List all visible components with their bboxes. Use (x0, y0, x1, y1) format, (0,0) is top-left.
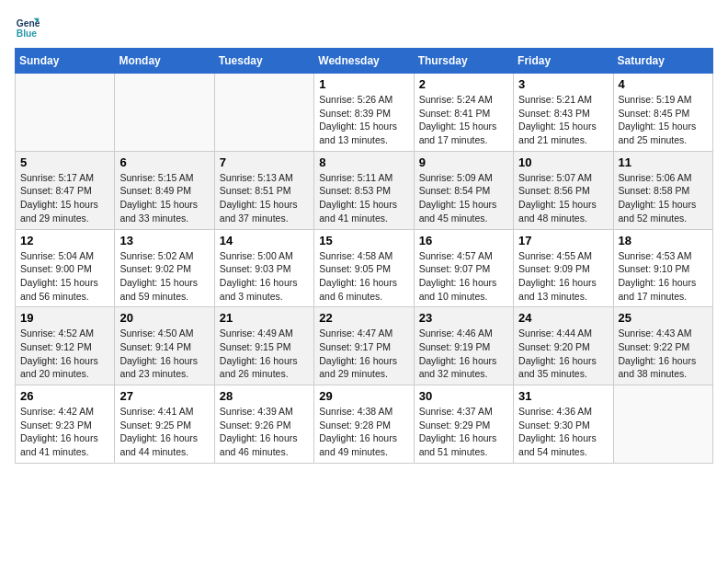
day-number: 20 (119, 311, 209, 325)
day-info: Sunrise: 5:09 AM Sunset: 8:54 PM Dayligh… (419, 171, 508, 225)
day-number: 12 (20, 234, 109, 247)
calendar-cell (115, 74, 214, 152)
calendar-week-row: 19Sunrise: 4:52 AM Sunset: 9:12 PM Dayli… (16, 307, 713, 385)
calendar-week-row: 1Sunrise: 5:26 AM Sunset: 8:39 PM Daylig… (16, 74, 713, 152)
day-info: Sunrise: 4:39 AM Sunset: 9:26 PM Dayligh… (220, 405, 309, 459)
day-number: 7 (220, 155, 309, 169)
day-info: Sunrise: 5:07 AM Sunset: 8:56 PM Dayligh… (518, 171, 608, 225)
day-number: 11 (619, 155, 708, 169)
day-info: Sunrise: 4:57 AM Sunset: 9:07 PM Dayligh… (419, 249, 508, 304)
calendar-cell: 7Sunrise: 5:13 AM Sunset: 8:51 PM Daylig… (214, 151, 313, 229)
page-header: General Blue (15, 15, 713, 40)
day-info: Sunrise: 4:58 AM Sunset: 9:05 PM Dayligh… (319, 249, 408, 304)
day-number: 26 (20, 389, 109, 403)
day-number: 24 (518, 311, 608, 325)
day-header-thursday: Thursday (414, 49, 513, 74)
day-number: 30 (419, 389, 508, 403)
day-number: 14 (220, 234, 309, 247)
day-info: Sunrise: 5:13 AM Sunset: 8:51 PM Dayligh… (220, 171, 309, 225)
day-info: Sunrise: 5:00 AM Sunset: 9:03 PM Dayligh… (220, 249, 309, 304)
day-number: 25 (619, 311, 708, 325)
day-header-sunday: Sunday (16, 49, 115, 74)
day-number: 3 (518, 77, 608, 91)
calendar-cell: 28Sunrise: 4:39 AM Sunset: 9:26 PM Dayli… (214, 385, 313, 464)
calendar-cell (214, 74, 313, 152)
day-number: 17 (518, 234, 608, 247)
day-number: 19 (20, 311, 109, 325)
calendar-cell: 26Sunrise: 4:42 AM Sunset: 9:23 PM Dayli… (16, 385, 115, 464)
day-info: Sunrise: 4:44 AM Sunset: 9:20 PM Dayligh… (518, 327, 608, 381)
day-header-friday: Friday (514, 49, 613, 74)
calendar-cell: 31Sunrise: 4:36 AM Sunset: 9:30 PM Dayli… (514, 385, 613, 464)
day-number: 18 (619, 234, 708, 247)
calendar-cell: 16Sunrise: 4:57 AM Sunset: 9:07 PM Dayli… (414, 229, 513, 307)
day-info: Sunrise: 5:19 AM Sunset: 8:45 PM Dayligh… (619, 93, 708, 147)
day-info: Sunrise: 5:26 AM Sunset: 8:39 PM Dayligh… (319, 93, 408, 147)
calendar-cell: 24Sunrise: 4:44 AM Sunset: 9:20 PM Dayli… (514, 307, 613, 385)
calendar-cell: 15Sunrise: 4:58 AM Sunset: 9:05 PM Dayli… (314, 229, 414, 307)
calendar-cell: 8Sunrise: 5:11 AM Sunset: 8:53 PM Daylig… (314, 151, 414, 229)
day-info: Sunrise: 4:47 AM Sunset: 9:17 PM Dayligh… (319, 327, 408, 381)
logo-icon: General Blue (15, 15, 40, 40)
day-header-wednesday: Wednesday (314, 49, 414, 74)
calendar-cell: 5Sunrise: 5:17 AM Sunset: 8:47 PM Daylig… (16, 151, 115, 229)
day-header-monday: Monday (115, 49, 214, 74)
day-number: 16 (419, 234, 508, 247)
day-number: 8 (319, 155, 408, 169)
day-info: Sunrise: 4:55 AM Sunset: 9:09 PM Dayligh… (518, 249, 608, 304)
calendar-cell: 17Sunrise: 4:55 AM Sunset: 9:09 PM Dayli… (514, 229, 613, 307)
day-info: Sunrise: 4:36 AM Sunset: 9:30 PM Dayligh… (518, 405, 608, 459)
day-number: 1 (319, 77, 408, 91)
calendar-cell: 11Sunrise: 5:06 AM Sunset: 8:58 PM Dayli… (613, 151, 712, 229)
calendar-cell: 1Sunrise: 5:26 AM Sunset: 8:39 PM Daylig… (314, 74, 414, 152)
calendar-header-row: SundayMondayTuesdayWednesdayThursdayFrid… (16, 49, 713, 74)
calendar-week-row: 5Sunrise: 5:17 AM Sunset: 8:47 PM Daylig… (16, 151, 713, 229)
day-info: Sunrise: 4:49 AM Sunset: 9:15 PM Dayligh… (220, 327, 309, 381)
day-number: 6 (119, 155, 209, 169)
logo: General Blue (15, 15, 40, 40)
day-number: 23 (419, 311, 508, 325)
day-info: Sunrise: 5:04 AM Sunset: 9:00 PM Dayligh… (20, 249, 109, 304)
day-number: 27 (119, 389, 209, 403)
day-number: 10 (518, 155, 608, 169)
day-info: Sunrise: 5:06 AM Sunset: 8:58 PM Dayligh… (619, 171, 708, 225)
calendar-cell: 21Sunrise: 4:49 AM Sunset: 9:15 PM Dayli… (214, 307, 313, 385)
day-number: 31 (518, 389, 608, 403)
day-info: Sunrise: 5:15 AM Sunset: 8:49 PM Dayligh… (119, 171, 209, 225)
day-info: Sunrise: 5:11 AM Sunset: 8:53 PM Dayligh… (319, 171, 408, 225)
calendar-cell: 30Sunrise: 4:37 AM Sunset: 9:29 PM Dayli… (414, 385, 513, 464)
calendar-cell (613, 385, 712, 464)
svg-text:Blue: Blue (17, 29, 38, 39)
calendar-cell: 23Sunrise: 4:46 AM Sunset: 9:19 PM Dayli… (414, 307, 513, 385)
calendar-cell: 6Sunrise: 5:15 AM Sunset: 8:49 PM Daylig… (115, 151, 214, 229)
calendar-cell: 2Sunrise: 5:24 AM Sunset: 8:41 PM Daylig… (414, 74, 513, 152)
day-info: Sunrise: 4:46 AM Sunset: 9:19 PM Dayligh… (419, 327, 508, 381)
day-number: 15 (319, 234, 408, 247)
calendar-cell: 27Sunrise: 4:41 AM Sunset: 9:25 PM Dayli… (115, 385, 214, 464)
day-header-saturday: Saturday (613, 49, 712, 74)
day-info: Sunrise: 4:53 AM Sunset: 9:10 PM Dayligh… (619, 249, 708, 304)
calendar-cell: 13Sunrise: 5:02 AM Sunset: 9:02 PM Dayli… (115, 229, 214, 307)
day-number: 28 (220, 389, 309, 403)
day-number: 5 (20, 155, 109, 169)
day-info: Sunrise: 5:17 AM Sunset: 8:47 PM Dayligh… (20, 171, 109, 225)
calendar-week-row: 26Sunrise: 4:42 AM Sunset: 9:23 PM Dayli… (16, 385, 713, 464)
calendar-cell (16, 74, 115, 152)
day-number: 2 (419, 77, 508, 91)
day-info: Sunrise: 4:38 AM Sunset: 9:28 PM Dayligh… (319, 405, 408, 459)
calendar-cell: 18Sunrise: 4:53 AM Sunset: 9:10 PM Dayli… (613, 229, 712, 307)
calendar-cell: 29Sunrise: 4:38 AM Sunset: 9:28 PM Dayli… (314, 385, 414, 464)
calendar-cell: 19Sunrise: 4:52 AM Sunset: 9:12 PM Dayli… (16, 307, 115, 385)
calendar-cell: 22Sunrise: 4:47 AM Sunset: 9:17 PM Dayli… (314, 307, 414, 385)
day-header-tuesday: Tuesday (214, 49, 313, 74)
day-info: Sunrise: 5:02 AM Sunset: 9:02 PM Dayligh… (119, 249, 209, 304)
calendar-cell: 12Sunrise: 5:04 AM Sunset: 9:00 PM Dayli… (16, 229, 115, 307)
calendar-cell: 9Sunrise: 5:09 AM Sunset: 8:54 PM Daylig… (414, 151, 513, 229)
day-info: Sunrise: 4:42 AM Sunset: 9:23 PM Dayligh… (20, 405, 109, 459)
calendar-cell: 25Sunrise: 4:43 AM Sunset: 9:22 PM Dayli… (613, 307, 712, 385)
day-number: 22 (319, 311, 408, 325)
calendar-week-row: 12Sunrise: 5:04 AM Sunset: 9:00 PM Dayli… (16, 229, 713, 307)
day-info: Sunrise: 4:43 AM Sunset: 9:22 PM Dayligh… (619, 327, 708, 381)
day-info: Sunrise: 4:41 AM Sunset: 9:25 PM Dayligh… (119, 405, 209, 459)
calendar-cell: 4Sunrise: 5:19 AM Sunset: 8:45 PM Daylig… (613, 74, 712, 152)
